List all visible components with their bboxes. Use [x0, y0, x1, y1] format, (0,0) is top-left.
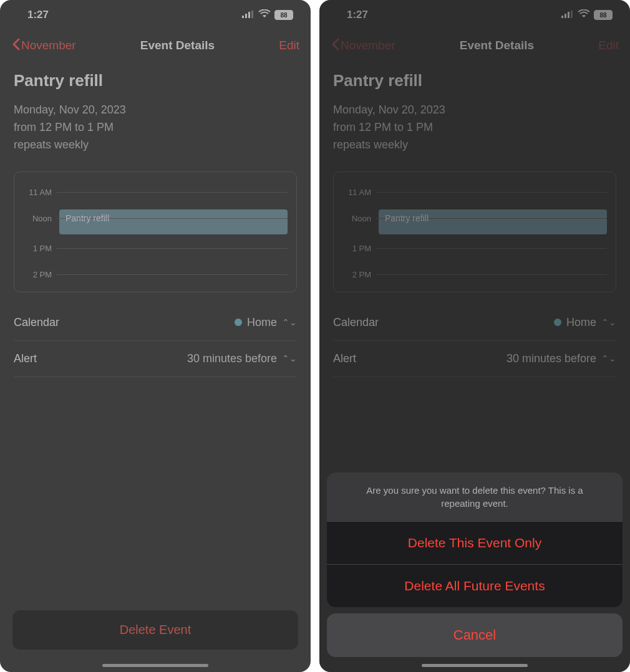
- chevron-updown-icon: ⌃⌄: [282, 353, 297, 363]
- action-sheet: Are you sure you want to delete this eve…: [327, 473, 623, 657]
- battery-icon: 88: [274, 10, 293, 20]
- delete-this-event-button[interactable]: Delete This Event Only: [327, 521, 623, 564]
- event-time-range: from 12 PM to 1 PM: [14, 119, 297, 137]
- home-indicator[interactable]: [422, 664, 528, 667]
- event-block[interactable]: Pantry refill: [59, 209, 288, 234]
- status-time: 1:27: [27, 9, 49, 21]
- calendar-label: Calendar: [14, 316, 59, 329]
- cancel-button[interactable]: Cancel: [327, 613, 623, 657]
- time-label: 11 AM: [23, 188, 57, 197]
- nav-bar: November Event Details Edit: [0, 30, 311, 61]
- calendar-row[interactable]: Calendar Home ⌃⌄: [14, 305, 297, 341]
- svg-rect-1: [245, 14, 247, 18]
- event-date: Monday, Nov 20, 2023: [14, 102, 297, 119]
- delete-all-future-button[interactable]: Delete All Future Events: [327, 564, 623, 607]
- svg-rect-2: [248, 12, 250, 18]
- chevron-updown-icon: ⌃⌄: [282, 317, 297, 327]
- calendar-value: Home: [247, 316, 277, 329]
- cellular-icon: [242, 9, 254, 21]
- svg-rect-0: [242, 16, 244, 18]
- wifi-icon: [258, 9, 271, 21]
- home-indicator[interactable]: [102, 664, 208, 667]
- event-repeats: repeats weekly: [14, 137, 297, 154]
- event-meta: Monday, Nov 20, 2023 from 12 PM to 1 PM …: [14, 102, 297, 154]
- status-bar: 1:27 88: [0, 0, 311, 30]
- timeline-preview: 11 AM Noon Pantry refill 1 PM 2 PM: [14, 171, 297, 292]
- edit-button[interactable]: Edit: [279, 39, 299, 52]
- time-label: 1 PM: [23, 244, 57, 253]
- alert-label: Alert: [14, 352, 37, 365]
- alert-row[interactable]: Alert 30 minutes before ⌃⌄: [14, 341, 297, 377]
- back-label: November: [21, 39, 76, 52]
- calendar-color-dot: [235, 319, 242, 326]
- event-title: Pantry refill: [14, 71, 297, 90]
- page-title: Event Details: [140, 39, 215, 52]
- alert-value: 30 minutes before: [187, 352, 277, 365]
- phone-screen-left: 1:27 88 November Event Details Edit Pant…: [0, 0, 311, 672]
- delete-event-button[interactable]: Delete Event: [12, 610, 298, 650]
- chevron-left-icon: [11, 38, 20, 54]
- phone-screen-right: 1:27 88 November Event Details Edit Pant…: [319, 0, 630, 672]
- back-button[interactable]: November: [11, 38, 76, 54]
- sheet-message: Are you sure you want to delete this eve…: [327, 473, 623, 521]
- time-label: Noon: [23, 214, 57, 223]
- svg-rect-3: [251, 11, 253, 18]
- time-label: 2 PM: [23, 270, 57, 279]
